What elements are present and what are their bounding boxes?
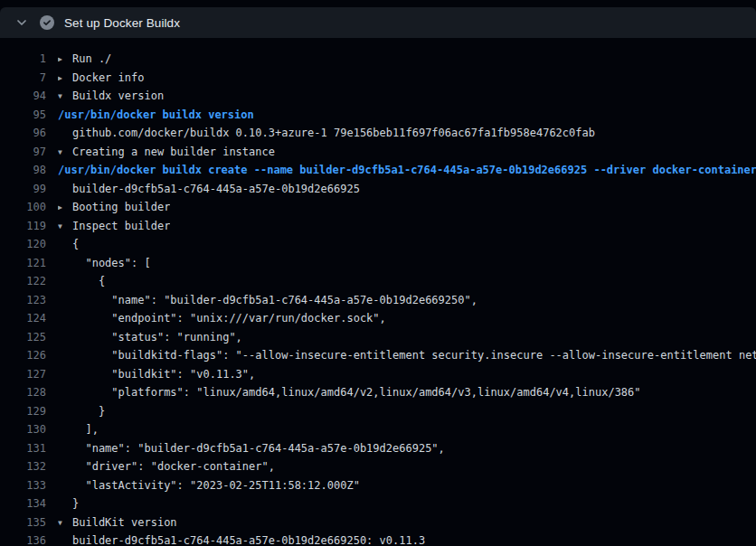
log-text: ▶Booting builder [58, 198, 170, 217]
log-line: 136 builder-d9cfb5a1-c764-445a-a57e-0b19… [0, 532, 756, 546]
log-text: ▼Creating a new builder instance [58, 143, 275, 162]
line-number[interactable]: 121 [0, 254, 46, 273]
log-text: } [58, 494, 79, 513]
log-line: 133 "lastActivity": "2023-02-25T11:58:12… [0, 476, 756, 495]
line-number[interactable]: 126 [0, 346, 46, 365]
log-line: 98 /usr/bin/docker buildx create --name … [0, 161, 756, 180]
log-text: { [58, 235, 79, 254]
line-number[interactable]: 133 [0, 476, 46, 495]
actions-log-viewer: Set up Docker Buildx 1 ▶Run ./ 7 ▶Docker… [0, 7, 756, 546]
log-line[interactable]: 97 ▼Creating a new builder instance [0, 143, 756, 162]
log-line: 127 "buildkit": "v0.11.3", [0, 365, 756, 384]
step-header-setup-docker-buildx[interactable]: Set up Docker Buildx [0, 7, 756, 38]
line-number[interactable]: 120 [0, 235, 46, 254]
log-text: ▼Inspect builder [58, 217, 170, 236]
line-number[interactable]: 136 [0, 532, 46, 546]
group-collapsed-icon[interactable]: ▶ [58, 51, 72, 69]
log-text: "endpoint": "unix:///var/run/docker.sock… [58, 309, 386, 328]
log-line: 126 "buildkitd-flags": "--allow-insecure… [0, 346, 756, 365]
log-text: "name": "builder-d9cfb5a1-c764-445a-a57e… [58, 291, 477, 310]
log-text: "buildkitd-flags": "--allow-insecure-ent… [58, 346, 756, 365]
log-text: builder-d9cfb5a1-c764-445a-a57e-0b19d2e6… [58, 180, 360, 199]
line-number[interactable]: 125 [0, 328, 46, 347]
log-text: ▼BuildKit version [58, 513, 177, 532]
log-line[interactable]: 7 ▶Docker info [0, 69, 756, 88]
log-line: 95 /usr/bin/docker buildx version [0, 106, 756, 125]
log-text: "name": "builder-d9cfb5a1-c764-445a-a57e… [58, 439, 445, 458]
log-line: 131 "name": "builder-d9cfb5a1-c764-445a-… [0, 439, 756, 458]
line-number[interactable]: 129 [0, 402, 46, 421]
line-number[interactable]: 98 [0, 161, 46, 180]
log-text: "lastActivity": "2023-02-25T11:58:12.000… [58, 476, 360, 495]
log-line[interactable]: 119 ▼Inspect builder [0, 217, 756, 236]
log-line[interactable]: 100 ▶Booting builder [0, 198, 756, 217]
log-line: 129 } [0, 402, 756, 421]
line-number[interactable]: 7 [0, 69, 46, 88]
line-number[interactable]: 122 [0, 272, 46, 291]
log-text: ], [58, 420, 99, 439]
log-line: 123 "name": "builder-d9cfb5a1-c764-445a-… [0, 291, 756, 310]
log-line: 130 ], [0, 420, 756, 439]
group-expanded-icon[interactable]: ▼ [58, 514, 72, 532]
log-line[interactable]: 135 ▼BuildKit version [0, 513, 756, 532]
line-number[interactable]: 1 [0, 50, 46, 69]
log-line: 99 builder-d9cfb5a1-c764-445a-a57e-0b19d… [0, 180, 756, 199]
line-number[interactable]: 119 [0, 217, 46, 236]
line-number[interactable]: 124 [0, 309, 46, 328]
line-number[interactable]: 99 [0, 180, 46, 199]
log-line: 125 "status": "running", [0, 328, 756, 347]
line-number[interactable]: 94 [0, 87, 46, 106]
log-line: 124 "endpoint": "unix:///var/run/docker.… [0, 309, 756, 328]
log-line: 120 { [0, 235, 756, 254]
line-number[interactable]: 97 [0, 143, 46, 162]
log-line[interactable]: 94 ▼Buildx version [0, 87, 756, 106]
log-line: 132 "driver": "docker-container", [0, 457, 756, 476]
log-text: github.com/docker/buildx 0.10.3+azure-1 … [58, 124, 595, 143]
log-line: 96 github.com/docker/buildx 0.10.3+azure… [0, 124, 756, 143]
log-text: ▼Buildx version [58, 87, 164, 106]
log-text: ▶Run ./ [58, 50, 111, 69]
log-text: ▶Docker info [58, 69, 144, 88]
check-circle-icon [40, 15, 54, 30]
log-text: /usr/bin/docker buildx version [58, 106, 254, 125]
group-collapsed-icon[interactable]: ▶ [58, 70, 72, 88]
group-collapsed-icon[interactable]: ▶ [58, 199, 72, 217]
line-number[interactable]: 123 [0, 291, 46, 310]
log-text: /usr/bin/docker buildx create --name bui… [58, 161, 756, 180]
log-text: builder-d9cfb5a1-c764-445a-a57e-0b19d2e6… [58, 532, 425, 546]
step-title: Set up Docker Buildx [64, 16, 180, 30]
line-number[interactable]: 134 [0, 494, 46, 513]
log-output: 1 ▶Run ./ 7 ▶Docker info 94 ▼Buildx vers… [0, 38, 756, 546]
chevron-down-icon[interactable] [14, 15, 29, 30]
group-expanded-icon[interactable]: ▼ [58, 218, 72, 236]
line-number[interactable]: 95 [0, 106, 46, 125]
log-text: "platforms": "linux/amd64,linux/amd64/v2… [58, 383, 641, 402]
log-line: 134 } [0, 494, 756, 513]
log-text: "nodes": [ [58, 254, 151, 273]
log-text: "driver": "docker-container", [58, 457, 275, 476]
line-number[interactable]: 130 [0, 420, 46, 439]
line-number[interactable]: 96 [0, 124, 46, 143]
line-number[interactable]: 131 [0, 439, 46, 458]
group-expanded-icon[interactable]: ▼ [58, 144, 72, 162]
log-text: "buildkit": "v0.11.3", [58, 365, 255, 384]
log-line[interactable]: 1 ▶Run ./ [0, 50, 756, 69]
line-number[interactable]: 127 [0, 365, 46, 384]
log-line: 128 "platforms": "linux/amd64,linux/amd6… [0, 383, 756, 402]
log-text: "status": "running", [58, 328, 242, 347]
log-text: { [58, 272, 105, 291]
line-number[interactable]: 132 [0, 457, 46, 476]
log-text: } [58, 402, 105, 421]
log-line: 121 "nodes": [ [0, 254, 756, 273]
line-number[interactable]: 100 [0, 198, 46, 217]
line-number[interactable]: 135 [0, 513, 46, 532]
group-expanded-icon[interactable]: ▼ [58, 88, 72, 106]
line-number[interactable]: 128 [0, 383, 46, 402]
log-line: 122 { [0, 272, 756, 291]
